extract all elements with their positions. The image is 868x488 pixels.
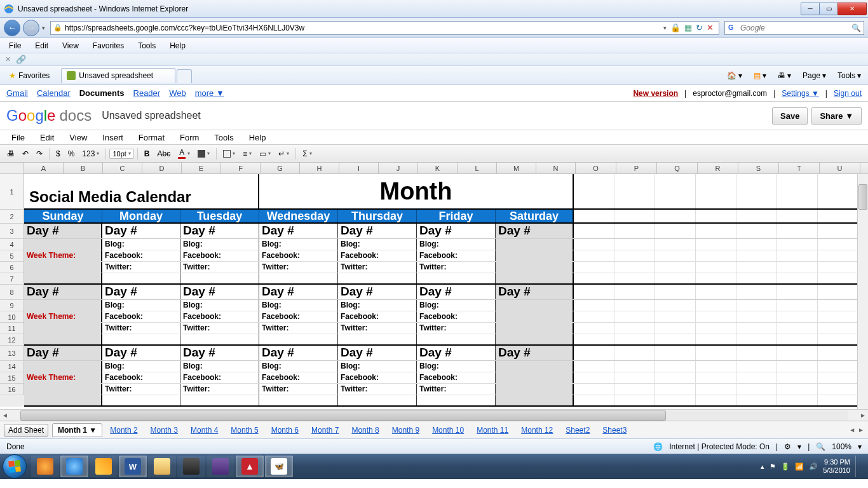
content-cell[interactable]: Twitter:: [102, 384, 180, 395]
content-cell[interactable]: Facebook:: [417, 250, 496, 261]
docs-menu-insert[interactable]: Insert: [96, 131, 130, 144]
horizontal-scrollbar[interactable]: ◄►: [0, 409, 868, 421]
gbar-documents[interactable]: Documents: [79, 88, 125, 98]
day-number-cell[interactable]: Day #: [102, 285, 180, 299]
row-header-8[interactable]: 8: [0, 285, 24, 300]
spacer-cell[interactable]: [180, 395, 259, 405]
row-header-16[interactable]: 16: [0, 384, 24, 395]
formula-button[interactable]: Σ: [299, 148, 315, 159]
day-number-cell[interactable]: Day #: [496, 285, 574, 299]
content-cell[interactable]: Week Theme:: [24, 311, 102, 322]
row-header-1[interactable]: 1: [0, 174, 24, 210]
close-button[interactable]: ✕: [837, 3, 867, 15]
content-cell[interactable]: Facebook:: [180, 250, 259, 261]
day-number-cell[interactable]: Day #: [496, 346, 574, 360]
content-cell[interactable]: Twitter:: [417, 323, 496, 334]
col-header-E[interactable]: E: [182, 163, 221, 173]
content-cell[interactable]: Blog:: [417, 361, 496, 372]
spacer-cell[interactable]: [24, 395, 102, 405]
sheet-tab-5[interactable]: Month 6: [266, 424, 304, 437]
content-cell[interactable]: [24, 361, 102, 372]
redo-icon[interactable]: ↷: [33, 148, 46, 159]
col-header-S[interactable]: S: [738, 163, 779, 173]
new-version-link[interactable]: New version: [633, 89, 678, 98]
day-number-cell[interactable]: Day #: [338, 224, 417, 238]
stop-icon[interactable]: ✕: [707, 23, 714, 32]
content-cell[interactable]: Twitter:: [180, 384, 259, 395]
col-header-G[interactable]: G: [261, 163, 300, 173]
url-dropdown-icon[interactable]: ▾: [663, 25, 667, 31]
row-header-5[interactable]: 5: [0, 250, 24, 262]
day-number-cell[interactable]: Day #: [24, 346, 102, 360]
spacer-cell[interactable]: [180, 334, 259, 344]
forward-button[interactable]: →: [23, 20, 39, 36]
row-header-4[interactable]: 4: [0, 239, 24, 250]
browser-tab[interactable]: Unsaved spreadsheet: [61, 68, 175, 83]
spacer-cell[interactable]: [338, 334, 417, 344]
address-bar[interactable]: 🔒 ▾ 🔒 ▦ ↻ ✕: [50, 21, 719, 35]
content-cell[interactable]: Blog:: [180, 239, 259, 250]
sheet-tab-4[interactable]: Month 5: [226, 424, 263, 437]
taskbar-adobe[interactable]: ▲: [236, 456, 264, 477]
start-button[interactable]: [3, 454, 27, 478]
day-number-cell[interactable]: Day #: [417, 285, 496, 299]
print-button[interactable]: 🖶▾: [775, 70, 794, 81]
row-header-15[interactable]: 15: [0, 372, 24, 384]
day-number-cell[interactable]: Day #: [417, 346, 496, 360]
spacer-cell[interactable]: [180, 273, 259, 283]
taskbar-app-7[interactable]: [207, 456, 234, 477]
row-header-9[interactable]: 9: [0, 300, 24, 311]
content-cell[interactable]: [24, 262, 102, 273]
day-number-cell[interactable]: Day #: [338, 346, 417, 360]
col-header-Q[interactable]: Q: [657, 163, 698, 173]
day-header-friday[interactable]: Friday: [417, 210, 496, 222]
content-cell[interactable]: Week Theme:: [24, 250, 102, 261]
gbar-web[interactable]: Web: [169, 88, 186, 98]
system-tray[interactable]: ▴ ⚑ 🔋 📶 🔊 9:30 PM5/3/2010: [756, 456, 865, 477]
day-header-sunday[interactable]: Sunday: [24, 210, 102, 222]
content-cell[interactable]: Facebook:: [417, 372, 496, 383]
day-number-cell[interactable]: Day #: [24, 224, 102, 238]
taskbar-app-9[interactable]: 🦋: [265, 456, 293, 477]
col-header-C[interactable]: C: [103, 163, 142, 173]
content-cell[interactable]: Twitter:: [417, 262, 496, 273]
back-button[interactable]: ←: [4, 20, 20, 36]
day-number-cell[interactable]: Day #: [180, 224, 259, 238]
signout-link[interactable]: Sign out: [834, 89, 862, 98]
ie-menu-view[interactable]: View: [56, 39, 85, 52]
col-header-O[interactable]: O: [576, 163, 616, 173]
content-cell[interactable]: Twitter:: [338, 262, 417, 273]
day-header-monday[interactable]: Monday: [102, 210, 180, 222]
content-cell[interactable]: Facebook:: [338, 311, 417, 322]
percent-button[interactable]: %: [65, 148, 78, 159]
spacer-cell[interactable]: [102, 273, 180, 283]
content-cell[interactable]: Blog:: [259, 361, 338, 372]
sheet-tab-8[interactable]: Month 9: [387, 424, 424, 437]
col-header-K[interactable]: K: [418, 163, 458, 173]
text-color-button[interactable]: A: [175, 147, 193, 160]
taskbar-app-6[interactable]: [177, 456, 205, 477]
sheet-area[interactable]: 12345678910111213141516 Social Media Cal…: [0, 174, 868, 409]
row-header-7[interactable]: 7: [0, 273, 24, 285]
col-header-A[interactable]: A: [24, 163, 64, 173]
spacer-cell[interactable]: [496, 273, 574, 283]
content-cell[interactable]: Twitter:: [102, 262, 180, 273]
tray-flag-icon[interactable]: ⚑: [770, 463, 776, 471]
close-toolbar-icon[interactable]: ✕: [5, 55, 11, 64]
row-header-13[interactable]: 13: [0, 346, 24, 361]
content-cell[interactable]: [496, 250, 574, 261]
day-header-saturday[interactable]: Saturday: [496, 210, 574, 222]
col-header-D[interactable]: D: [142, 163, 182, 173]
tabs-scroll-left[interactable]: ◄: [849, 426, 855, 433]
spacer-cell[interactable]: [24, 273, 102, 283]
new-tab-button[interactable]: [177, 69, 192, 83]
zoom-level[interactable]: 100%: [832, 442, 851, 451]
docs-menu-view[interactable]: View: [63, 131, 93, 144]
compat-icon[interactable]: ▦: [684, 23, 692, 32]
day-header-tuesday[interactable]: Tuesday: [180, 210, 259, 222]
content-cell[interactable]: [24, 323, 102, 334]
align-button[interactable]: ≡: [240, 148, 255, 159]
spacer-cell[interactable]: [102, 395, 180, 405]
content-cell[interactable]: Facebook:: [338, 250, 417, 261]
undo-icon[interactable]: ↶: [19, 148, 32, 159]
